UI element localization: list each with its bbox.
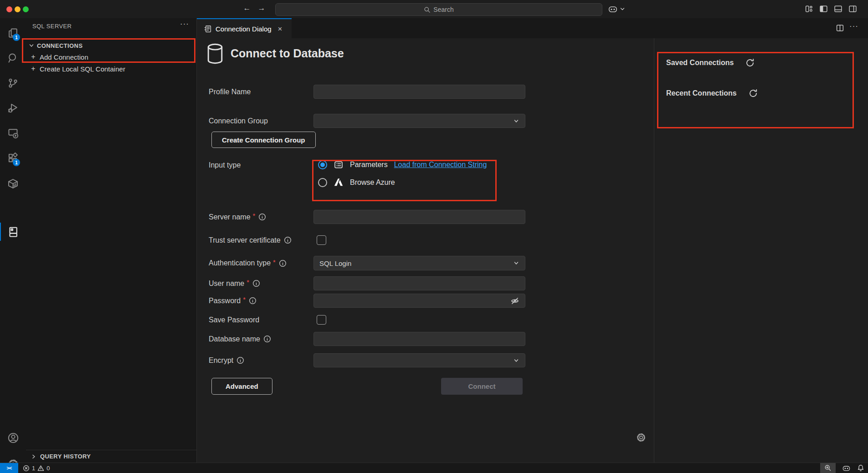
advanced-button[interactable]: Advanced bbox=[211, 378, 272, 395]
add-connection-label: Add Connection bbox=[40, 53, 88, 61]
activity-bar: 1 bbox=[0, 18, 26, 463]
zoom-in-icon bbox=[824, 464, 832, 472]
copilot-status-icon[interactable] bbox=[842, 464, 851, 472]
trust-server-certificate-checkbox[interactable] bbox=[317, 235, 326, 245]
info-icon bbox=[284, 236, 292, 244]
info-icon bbox=[279, 259, 287, 267]
server-name-input[interactable] bbox=[313, 210, 525, 224]
sidebar-item-explorer[interactable]: 1 bbox=[0, 22, 26, 44]
encrypt-label: Encrypt bbox=[209, 353, 244, 367]
zoom-indicator[interactable] bbox=[820, 463, 836, 473]
search-icon bbox=[424, 6, 431, 13]
sidebar-item-add-connection[interactable]: + Add Connection bbox=[26, 51, 197, 63]
traffic-zoom-icon[interactable] bbox=[23, 6, 29, 12]
toggle-panel-icon[interactable] bbox=[834, 5, 842, 13]
sidebar-item-extensions[interactable]: 1 bbox=[0, 147, 26, 169]
toggle-password-visibility-icon[interactable] bbox=[510, 296, 519, 305]
sidebar-item-source-control[interactable] bbox=[0, 72, 26, 94]
error-count: 1 bbox=[32, 465, 35, 472]
customize-layout-icon[interactable] bbox=[805, 5, 813, 13]
traffic-close-icon[interactable] bbox=[6, 6, 12, 12]
webview-settings-gear-icon[interactable] bbox=[636, 432, 646, 442]
user-name-input[interactable] bbox=[313, 276, 525, 290]
sidebar-item-run-debug[interactable] bbox=[0, 97, 26, 119]
saved-connections-section: Saved Connections bbox=[666, 58, 755, 67]
problems-indicator[interactable]: 1 0 bbox=[23, 465, 50, 472]
create-connection-group-button[interactable]: Create Connection Group bbox=[211, 132, 316, 148]
search-input[interactable]: Search bbox=[275, 3, 602, 16]
password-input[interactable] bbox=[313, 294, 525, 308]
connect-button[interactable]: Connect bbox=[441, 378, 523, 395]
chevron-down-icon bbox=[513, 260, 519, 266]
warning-icon bbox=[37, 465, 44, 472]
explorer-badge: 1 bbox=[13, 34, 20, 41]
info-icon bbox=[249, 297, 257, 305]
extensions-badge: 1 bbox=[13, 159, 20, 166]
sidebar-sql-server: SQL SERVER ··· CONNECTIONS + Add Connect… bbox=[26, 18, 197, 463]
query-history-label: QUERY HISTORY bbox=[40, 453, 91, 460]
radio-selected-icon[interactable] bbox=[318, 160, 327, 169]
radio-unselected-icon[interactable] bbox=[318, 178, 327, 187]
connection-dialog-webview: Connect to Database Profile Name Connect… bbox=[197, 38, 868, 463]
sidebar-item-remote-explorer[interactable] bbox=[0, 122, 26, 144]
pane-divider bbox=[654, 38, 654, 463]
saved-connections-title: Saved Connections bbox=[666, 59, 734, 67]
editor-tab-bar: Connection Dialog × ··· bbox=[197, 18, 868, 38]
azure-icon bbox=[334, 178, 344, 188]
remote-icon: >< bbox=[7, 465, 12, 471]
save-password-label: Save Password bbox=[209, 315, 259, 325]
database-icon bbox=[206, 43, 224, 64]
encrypt-select[interactable] bbox=[313, 353, 525, 367]
vscode-window: ← → Search bbox=[0, 0, 868, 473]
refresh-icon[interactable] bbox=[749, 89, 758, 98]
accounts-icon[interactable] bbox=[0, 427, 26, 449]
connection-group-select[interactable] bbox=[313, 114, 525, 128]
sidebar-item-containers[interactable] bbox=[0, 173, 26, 194]
search-placeholder: Search bbox=[433, 6, 453, 13]
input-type-option-parameters[interactable]: Parameters Load from Connection String bbox=[318, 160, 487, 170]
editor-more-actions-icon[interactable]: ··· bbox=[849, 22, 858, 31]
tab-connection-dialog[interactable]: Connection Dialog × bbox=[197, 18, 292, 38]
traffic-minimize-icon[interactable] bbox=[15, 6, 21, 12]
sidebar-title: SQL SERVER bbox=[32, 23, 72, 30]
chevron-down-icon bbox=[513, 118, 519, 124]
info-icon bbox=[236, 356, 244, 364]
copilot-icon[interactable] bbox=[608, 5, 618, 14]
trust-server-certificate-label: Trust server certificate bbox=[209, 235, 292, 245]
tree-section-connections[interactable]: CONNECTIONS bbox=[26, 40, 197, 51]
connection-group-label: Connection Group bbox=[209, 114, 268, 128]
save-password-checkbox[interactable] bbox=[317, 315, 326, 325]
load-from-connection-string-link[interactable]: Load from Connection String bbox=[394, 161, 487, 169]
authentication-type-select[interactable]: SQL Login bbox=[313, 256, 525, 270]
parameters-icon bbox=[334, 160, 344, 170]
copilot-chevron-down-icon[interactable] bbox=[620, 6, 625, 12]
input-type-option-browse-azure[interactable]: Browse Azure bbox=[318, 178, 395, 188]
page-title: Connect to Database bbox=[231, 47, 344, 60]
back-icon[interactable]: ← bbox=[241, 4, 252, 13]
sidebar-item-search[interactable] bbox=[0, 47, 26, 69]
connections-header-label: CONNECTIONS bbox=[37, 42, 82, 49]
create-local-sql-container-label: Create Local SQL Container bbox=[40, 65, 125, 73]
close-icon[interactable]: × bbox=[278, 25, 282, 33]
server-name-label: Server name* bbox=[209, 210, 266, 224]
notifications-bell-icon[interactable] bbox=[857, 464, 864, 472]
query-history-section[interactable]: QUERY HISTORY bbox=[26, 450, 197, 463]
forward-icon[interactable]: → bbox=[256, 4, 267, 13]
toggle-secondary-sidebar-icon[interactable] bbox=[848, 5, 857, 13]
sidebar-more-actions-icon[interactable]: ··· bbox=[180, 20, 189, 29]
split-editor-icon[interactable] bbox=[836, 24, 844, 32]
sidebar-item-create-local-sql-container[interactable]: + Create Local SQL Container bbox=[26, 63, 197, 75]
warning-count: 0 bbox=[46, 465, 50, 472]
recent-connections-title: Recent Connections bbox=[666, 89, 737, 97]
chevron-right-icon bbox=[31, 453, 37, 460]
plus-icon: + bbox=[30, 53, 37, 61]
remote-indicator[interactable]: >< bbox=[0, 463, 18, 473]
user-name-label: User name* bbox=[209, 276, 260, 290]
database-name-input[interactable] bbox=[313, 332, 525, 346]
authentication-type-label: Authentication type* bbox=[209, 256, 287, 270]
browse-azure-option-label: Browse Azure bbox=[350, 178, 395, 187]
toggle-primary-sidebar-icon[interactable] bbox=[819, 5, 828, 13]
refresh-icon[interactable] bbox=[745, 58, 755, 67]
profile-name-input[interactable] bbox=[313, 85, 525, 99]
sidebar-item-sql-server[interactable] bbox=[0, 221, 26, 243]
